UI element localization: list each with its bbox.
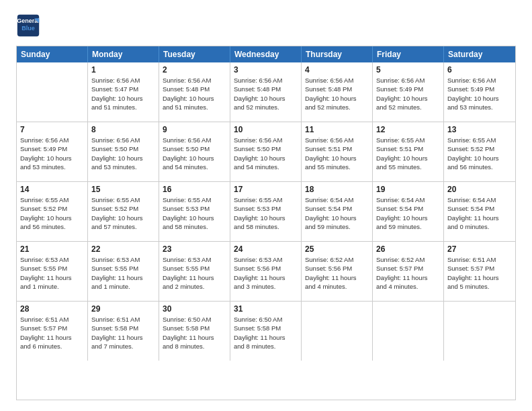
- day-number: 17: [234, 185, 298, 194]
- day-number: 31: [234, 304, 298, 314]
- cal-cell-empty-5: [373, 302, 444, 361]
- day-number: 30: [163, 304, 226, 314]
- cal-cell-3: 3Sunrise: 6:56 AMSunset: 5:48 PMDaylight…: [230, 62, 302, 122]
- day-number: 12: [376, 125, 440, 134]
- cal-cell-28: 28Sunrise: 6:51 AMSunset: 5:57 PMDayligh…: [17, 302, 88, 361]
- day-info: Sunrise: 6:56 AMSunset: 5:48 PMDaylight:…: [305, 76, 369, 111]
- day-info: Sunrise: 6:52 AMSunset: 5:57 PMDaylight:…: [376, 255, 440, 291]
- header-day-saturday: Saturday: [444, 46, 515, 62]
- logo-icon: General Blue: [16, 13, 40, 38]
- day-info: Sunrise: 6:56 AMSunset: 5:47 PMDaylight:…: [91, 76, 155, 111]
- cal-cell-8: 8Sunrise: 6:56 AMSunset: 5:50 PMDaylight…: [88, 122, 159, 181]
- day-number: 1: [91, 65, 155, 75]
- header-day-tuesday: Tuesday: [159, 46, 230, 62]
- day-number: 29: [91, 304, 155, 314]
- day-info: Sunrise: 6:55 AMSunset: 5:51 PMDaylight:…: [376, 136, 440, 171]
- day-info: Sunrise: 6:55 AMSunset: 5:52 PMDaylight:…: [20, 195, 84, 231]
- cal-cell-20: 20Sunrise: 6:54 AMSunset: 5:54 PMDayligh…: [444, 182, 515, 241]
- day-info: Sunrise: 6:56 AMSunset: 5:49 PMDaylight:…: [447, 76, 512, 111]
- day-info: Sunrise: 6:54 AMSunset: 5:54 PMDaylight:…: [305, 195, 369, 231]
- header-day-sunday: Sunday: [17, 46, 88, 62]
- header: General Blue: [16, 13, 516, 38]
- day-info: Sunrise: 6:50 AMSunset: 5:58 PMDaylight:…: [234, 315, 298, 351]
- cal-cell-30: 30Sunrise: 6:50 AMSunset: 5:58 PMDayligh…: [159, 302, 230, 361]
- day-info: Sunrise: 6:56 AMSunset: 5:49 PMDaylight:…: [376, 76, 440, 111]
- cal-cell-22: 22Sunrise: 6:53 AMSunset: 5:55 PMDayligh…: [88, 242, 159, 301]
- day-number: 15: [91, 185, 155, 194]
- day-number: 16: [163, 185, 226, 194]
- day-number: 19: [376, 185, 440, 194]
- cal-cell-29: 29Sunrise: 6:51 AMSunset: 5:58 PMDayligh…: [88, 302, 159, 361]
- day-number: 5: [376, 65, 440, 75]
- day-number: 13: [447, 125, 512, 134]
- day-number: 2: [163, 65, 226, 75]
- cal-cell-23: 23Sunrise: 6:53 AMSunset: 5:55 PMDayligh…: [159, 242, 230, 301]
- day-info: Sunrise: 6:54 AMSunset: 5:54 PMDaylight:…: [447, 195, 512, 231]
- week-row-5: 28Sunrise: 6:51 AMSunset: 5:57 PMDayligh…: [17, 302, 515, 361]
- day-number: 10: [234, 125, 298, 134]
- cal-cell-27: 27Sunrise: 6:51 AMSunset: 5:57 PMDayligh…: [444, 242, 515, 301]
- cal-cell-18: 18Sunrise: 6:54 AMSunset: 5:54 PMDayligh…: [302, 182, 373, 241]
- day-info: Sunrise: 6:51 AMSunset: 5:57 PMDaylight:…: [447, 255, 512, 291]
- day-number: 6: [447, 65, 512, 75]
- day-info: Sunrise: 6:56 AMSunset: 5:49 PMDaylight:…: [20, 136, 84, 171]
- cal-cell-19: 19Sunrise: 6:54 AMSunset: 5:54 PMDayligh…: [373, 182, 444, 241]
- header-day-thursday: Thursday: [302, 46, 373, 62]
- cal-cell-1: 1Sunrise: 6:56 AMSunset: 5:47 PMDaylight…: [88, 62, 159, 122]
- day-info: Sunrise: 6:50 AMSunset: 5:58 PMDaylight:…: [163, 315, 226, 351]
- day-number: 4: [305, 65, 369, 75]
- day-number: 21: [20, 244, 84, 254]
- cal-cell-empty-4: [302, 302, 373, 361]
- day-info: Sunrise: 6:55 AMSunset: 5:52 PMDaylight:…: [91, 195, 155, 231]
- day-number: 28: [20, 304, 84, 314]
- header-day-friday: Friday: [373, 46, 444, 62]
- cal-cell-26: 26Sunrise: 6:52 AMSunset: 5:57 PMDayligh…: [373, 242, 444, 301]
- day-info: Sunrise: 6:56 AMSunset: 5:50 PMDaylight:…: [234, 136, 298, 171]
- day-info: Sunrise: 6:51 AMSunset: 5:58 PMDaylight:…: [91, 315, 155, 351]
- day-info: Sunrise: 6:51 AMSunset: 5:57 PMDaylight:…: [20, 315, 84, 351]
- cal-cell-13: 13Sunrise: 6:55 AMSunset: 5:52 PMDayligh…: [444, 122, 515, 181]
- day-info: Sunrise: 6:54 AMSunset: 5:54 PMDaylight:…: [376, 195, 440, 231]
- day-info: Sunrise: 6:56 AMSunset: 5:50 PMDaylight:…: [91, 136, 155, 171]
- day-info: Sunrise: 6:53 AMSunset: 5:55 PMDaylight:…: [163, 255, 226, 291]
- day-number: 20: [447, 185, 512, 194]
- day-number: 22: [91, 244, 155, 254]
- week-row-2: 7Sunrise: 6:56 AMSunset: 5:49 PMDaylight…: [17, 122, 515, 182]
- cal-cell-5: 5Sunrise: 6:56 AMSunset: 5:49 PMDaylight…: [373, 62, 444, 122]
- week-row-4: 21Sunrise: 6:53 AMSunset: 5:55 PMDayligh…: [17, 242, 515, 302]
- cal-cell-25: 25Sunrise: 6:52 AMSunset: 5:56 PMDayligh…: [302, 242, 373, 301]
- day-info: Sunrise: 6:56 AMSunset: 5:50 PMDaylight:…: [163, 136, 226, 171]
- cal-cell-12: 12Sunrise: 6:55 AMSunset: 5:51 PMDayligh…: [373, 122, 444, 181]
- cal-cell-24: 24Sunrise: 6:53 AMSunset: 5:56 PMDayligh…: [230, 242, 302, 301]
- day-number: 24: [234, 244, 298, 254]
- header-day-monday: Monday: [88, 46, 159, 62]
- cal-cell-16: 16Sunrise: 6:55 AMSunset: 5:53 PMDayligh…: [159, 182, 230, 241]
- day-number: 8: [91, 125, 155, 134]
- day-info: Sunrise: 6:55 AMSunset: 5:53 PMDaylight:…: [234, 195, 298, 231]
- cal-cell-2: 2Sunrise: 6:56 AMSunset: 5:48 PMDaylight…: [159, 62, 230, 122]
- cal-cell-11: 11Sunrise: 6:56 AMSunset: 5:51 PMDayligh…: [302, 122, 373, 181]
- svg-text:Blue: Blue: [21, 25, 35, 32]
- day-number: 25: [305, 244, 369, 254]
- day-number: 7: [20, 125, 84, 134]
- day-number: 3: [234, 65, 298, 75]
- cal-cell-empty-0: [17, 62, 88, 122]
- week-row-1: 1Sunrise: 6:56 AMSunset: 5:47 PMDaylight…: [17, 62, 515, 122]
- day-info: Sunrise: 6:53 AMSunset: 5:55 PMDaylight:…: [20, 255, 84, 291]
- day-info: Sunrise: 6:56 AMSunset: 5:51 PMDaylight:…: [305, 136, 369, 171]
- day-info: Sunrise: 6:55 AMSunset: 5:53 PMDaylight:…: [163, 195, 226, 231]
- day-number: 26: [376, 244, 440, 254]
- cal-cell-7: 7Sunrise: 6:56 AMSunset: 5:49 PMDaylight…: [17, 122, 88, 181]
- calendar-body: 1Sunrise: 6:56 AMSunset: 5:47 PMDaylight…: [17, 62, 515, 361]
- cal-cell-21: 21Sunrise: 6:53 AMSunset: 5:55 PMDayligh…: [17, 242, 88, 301]
- day-info: Sunrise: 6:55 AMSunset: 5:52 PMDaylight:…: [447, 136, 512, 171]
- cal-cell-9: 9Sunrise: 6:56 AMSunset: 5:50 PMDaylight…: [159, 122, 230, 181]
- day-number: 14: [20, 185, 84, 194]
- cal-cell-empty-6: [444, 302, 515, 361]
- cal-cell-10: 10Sunrise: 6:56 AMSunset: 5:50 PMDayligh…: [230, 122, 302, 181]
- day-number: 9: [163, 125, 226, 134]
- week-row-3: 14Sunrise: 6:55 AMSunset: 5:52 PMDayligh…: [17, 182, 515, 242]
- day-info: Sunrise: 6:53 AMSunset: 5:55 PMDaylight:…: [91, 255, 155, 291]
- cal-cell-4: 4Sunrise: 6:56 AMSunset: 5:48 PMDaylight…: [302, 62, 373, 122]
- day-number: 11: [305, 125, 369, 134]
